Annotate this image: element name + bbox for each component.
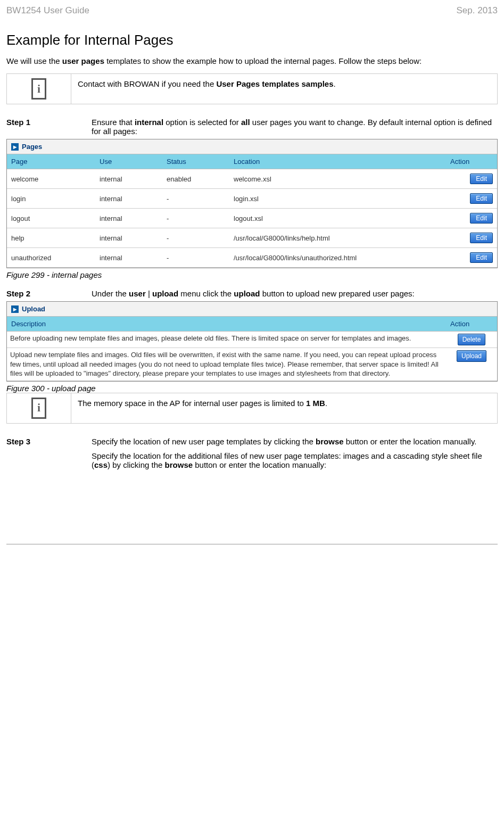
table-row: login internal - login.xsl Edit: [7, 189, 497, 209]
info-icon: i: [31, 78, 46, 100]
step-1-label: Step 1: [6, 118, 92, 136]
header-left: BW1254 User Guide: [6, 5, 89, 16]
pages-table: Page Use Status Location Action welcome …: [7, 154, 497, 268]
upload-button[interactable]: Upload: [457, 350, 486, 362]
col-action: Action: [446, 317, 497, 332]
step-3: Step 3 Specify the location of new user …: [6, 437, 498, 469]
intro-paragraph: We will use the user pages templates to …: [6, 56, 498, 65]
info-icon: i: [31, 398, 46, 419]
upload-screenshot: ▸ Upload Description Action Before uploa…: [6, 301, 498, 382]
upload-table: Description Action Before uploading new …: [7, 316, 497, 381]
figure-300-caption: Figure 300 - upload page: [6, 384, 498, 393]
header-right: Sep. 2013: [456, 5, 498, 16]
edit-button[interactable]: Edit: [470, 252, 493, 263]
expand-icon[interactable]: ▸: [11, 305, 19, 313]
table-row: help internal - /usr/local/G8000/links/h…: [7, 228, 497, 248]
table-row: welcome internal enabled welcome.xsl Edi…: [7, 169, 497, 189]
page-title: Example for Internal Pages: [6, 32, 498, 48]
edit-button[interactable]: Edit: [470, 233, 493, 243]
edit-button[interactable]: Edit: [470, 213, 493, 224]
table-row: Upload new template files and images. Ol…: [7, 348, 497, 381]
note-contact: i Contact with BROWAN if you need the Us…: [6, 73, 498, 104]
step-3-label: Step 3: [6, 437, 92, 469]
table-row: unauthorized internal - /usr/local/G8000…: [7, 248, 497, 268]
note-memory: i The memory space in the AP for interna…: [6, 393, 498, 424]
pages-screenshot: ▸ Pages Page Use Status Location Action …: [6, 139, 498, 268]
edit-button[interactable]: Edit: [470, 193, 493, 204]
col-action: Action: [446, 154, 497, 169]
step-2-label: Step 2: [6, 289, 92, 298]
col-description: Description: [7, 317, 446, 332]
footer-rule: [6, 544, 498, 544]
col-location: Location: [229, 154, 446, 169]
table-row: logout internal - logout.xsl Edit: [7, 209, 497, 228]
delete-button[interactable]: Delete: [458, 334, 486, 345]
step-2: Step 2 Under the user | upload menu clic…: [6, 289, 498, 298]
col-use: Use: [95, 154, 162, 169]
pages-panel-titlebar: ▸ Pages: [7, 139, 497, 154]
table-row: Before uploading new template files and …: [7, 332, 497, 348]
step-1: Step 1 Ensure that internal option is se…: [6, 118, 498, 136]
page-header: BW1254 User Guide Sep. 2013: [6, 5, 498, 16]
upload-panel-titlebar: ▸ Upload: [7, 302, 497, 316]
col-status: Status: [162, 154, 229, 169]
pages-panel-title: Pages: [22, 143, 42, 151]
upload-panel-title: Upload: [22, 305, 45, 313]
expand-icon[interactable]: ▸: [11, 143, 19, 151]
col-page: Page: [7, 154, 95, 169]
figure-299-caption: Figure 299 - internal pages: [6, 270, 498, 279]
edit-button[interactable]: Edit: [470, 173, 493, 184]
